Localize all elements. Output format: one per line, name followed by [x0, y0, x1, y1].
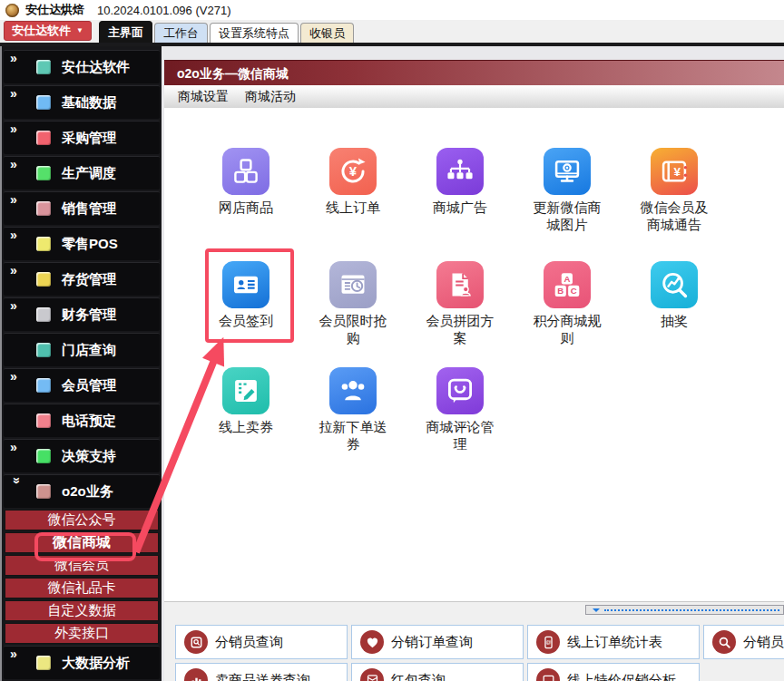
red-envelope-icon: [365, 673, 380, 681]
tab-system-settings[interactable]: 设置系统特点: [210, 23, 299, 43]
tile-member-checkin-badge: [222, 261, 270, 308]
heart-badge: [360, 630, 384, 654]
button-distributor-withdraw[interactable]: 分销员提现: [703, 625, 784, 659]
tile-mall-review-mgmt[interactable]: 商城评论管理: [407, 367, 514, 452]
module-icon: [36, 201, 51, 216]
tile-member-mall-notice-badge: ¥: [651, 148, 698, 195]
tile-label: 拉新下单送券: [317, 418, 389, 452]
chevron-right-icon: »: [10, 52, 15, 64]
sidebar-item-big-data-analysis[interactable]: »大数据分析: [4, 646, 160, 679]
sidebar-item-finance-mgmt[interactable]: »财务管理: [4, 297, 160, 331]
tile-member-checkin[interactable]: 会员签到: [192, 261, 299, 346]
tile-online-orders[interactable]: ¥线上订单: [299, 148, 407, 233]
sidebar-subitem-wechat-member[interactable]: 微信会员: [5, 555, 159, 576]
module-icon: [36, 95, 51, 110]
tile-update-mall-images[interactable]: 更新微信商城图片: [514, 148, 621, 233]
tab-workbench[interactable]: 工作台: [154, 23, 208, 43]
tile-lottery[interactable]: 抽奖: [621, 261, 728, 346]
tile-label: 线上卖券: [210, 418, 282, 435]
tile-member-group-buy[interactable]: 会员拼团方案: [407, 261, 514, 346]
sidebar-item-label: 销售管理: [62, 200, 116, 218]
button-sell-goods-coupon-query[interactable]: 卖商品送券查询: [175, 663, 348, 681]
menu-mall-activities[interactable]: 商城活动: [237, 89, 304, 105]
tile-online-coupon-sale-badge: [222, 367, 270, 414]
sidebar-item-label: 基础数据: [62, 94, 116, 112]
chevron-right-icon: »: [10, 193, 15, 206]
module-icon: [36, 60, 51, 74]
tile-online-coupon-sale[interactable]: 线上卖券: [192, 367, 299, 452]
tile-label: 商城广告: [424, 199, 496, 216]
content-area: 网店商品¥线上订单商城广告更新微信商城图片¥微信会员及商城通告会员签到会员限时抢…: [164, 108, 784, 601]
monitor-icon: [541, 673, 556, 681]
sidebar-item-store-query[interactable]: 门店查询: [4, 333, 160, 366]
chevron-right-icon: »: [10, 158, 15, 170]
button-label: 分销订单查询: [391, 634, 473, 651]
module-icon: [36, 484, 51, 499]
button-label: 分销员提现: [743, 634, 784, 651]
splitter-bar[interactable]: [585, 605, 784, 615]
sidebar-item-ansida-software[interactable]: »安仕达软件: [4, 50, 160, 83]
sidebar-item-retail-pos[interactable]: »零售POS: [4, 227, 160, 260]
sitemap-icon: [445, 156, 475, 187]
app-logo-icon: [5, 4, 19, 17]
phone-at-badge: @: [536, 630, 560, 654]
sidebar-item-sales-mgmt[interactable]: »销售管理: [4, 191, 160, 225]
app-menu-button[interactable]: 安仕达软件 ▼: [4, 21, 92, 41]
tile-referral-order-coupon[interactable]: 拉新下单送券: [299, 367, 407, 452]
tile-referral-order-coupon-badge: [329, 367, 377, 414]
id-card-icon: [230, 269, 261, 300]
tile-member-flash-sale[interactable]: 会员限时抢购: [299, 261, 407, 346]
phone-at-icon: @: [541, 635, 556, 650]
tab-list: 主界面工作台设置系统特点收银员: [99, 21, 354, 43]
tab-cashier[interactable]: 收银员: [300, 23, 354, 43]
sidebar-item-purchase-mgmt[interactable]: »采购管理: [4, 121, 160, 154]
sidebar-item-member-mgmt[interactable]: »会员管理: [4, 368, 160, 402]
tile-row-2: 会员签到会员限时抢购会员拼团方案ABC积分商城规则抽奖: [192, 261, 728, 346]
sidebar-item-base-data[interactable]: »基础数据: [4, 85, 160, 119]
tile-mall-ads[interactable]: 商城广告: [407, 148, 514, 233]
main-area: o2o业务—微信商城 商城设置商城活动 网店商品¥线上订单商城广告更新微信商城图…: [162, 46, 784, 681]
tile-online-products[interactable]: 网店商品: [192, 148, 299, 233]
sidebar-subitem-wechat-mall[interactable]: 微信商城: [5, 532, 159, 553]
tile-update-mall-images-badge: [544, 148, 591, 195]
sidebar-item-label: 门店查询: [62, 342, 116, 359]
sidebar: »安仕达软件»基础数据»采购管理»生产调度»销售管理»零售POS»存货管理»财务…: [0, 46, 162, 681]
tile-label: 更新微信商城图片: [531, 199, 603, 233]
magnifier-chart-icon: [659, 269, 690, 300]
menu-mall-settings[interactable]: 商城设置: [170, 89, 237, 105]
button-label: 红包查询: [391, 672, 446, 681]
svg-text:B: B: [557, 286, 564, 296]
chevron-right-icon: »: [10, 264, 15, 277]
tile-points-mall-rules[interactable]: ABC积分商城规则: [514, 261, 621, 346]
tab-main[interactable]: 主界面: [99, 21, 152, 43]
sidebar-item-o2o-business[interactable]: »o2o业务: [4, 474, 160, 508]
sidebar-item-production-scheduling[interactable]: »生产调度: [4, 156, 160, 190]
sidebar-item-inventory-mgmt[interactable]: »存货管理: [4, 262, 160, 296]
grid-pencil-icon: [230, 375, 261, 406]
tile-member-mall-notice[interactable]: ¥微信会员及商城通告: [621, 148, 728, 233]
button-distribution-order-query[interactable]: 分销订单查询: [351, 625, 524, 659]
chevron-right-icon: »: [10, 647, 15, 660]
tile-points-mall-rules-badge: ABC: [544, 261, 591, 308]
module-icon: [36, 378, 51, 393]
sidebar-subitem-wechat-gift-card[interactable]: 微信礼品卡: [5, 578, 159, 598]
tile-label: 会员拼团方案: [424, 312, 496, 346]
tile-label: 会员签到: [210, 312, 282, 329]
ticket-yen-icon: ¥: [659, 156, 690, 187]
sidebar-subitem-custom-data[interactable]: 自定义数据: [5, 600, 159, 621]
module-icon: [36, 307, 51, 322]
window-clock-icon: [338, 269, 368, 300]
sidebar-item-decision-support[interactable]: »决策支持: [4, 439, 160, 472]
button-distributor-query[interactable]: 分销员查询: [175, 625, 348, 659]
sidebar-item-label: 生产调度: [62, 165, 116, 182]
button-red-packet-query[interactable]: 红包查询: [351, 663, 524, 681]
tile-label: 商城评论管理: [424, 418, 496, 452]
button-online-special-promo-analysis[interactable]: 线上特价促销分析: [527, 663, 700, 681]
sidebar-subitem-delivery-api[interactable]: 外卖接口: [5, 623, 159, 644]
button-online-order-stats[interactable]: @线上订单统计表: [527, 625, 700, 659]
heart-icon: [365, 635, 380, 650]
sidebar-subitem-wechat-official-account[interactable]: 微信公众号: [5, 510, 159, 530]
cubes-icon: [230, 156, 261, 187]
sidebar-item-phone-booking[interactable]: 电话预定: [4, 404, 160, 437]
search-doc-icon: [189, 635, 204, 650]
